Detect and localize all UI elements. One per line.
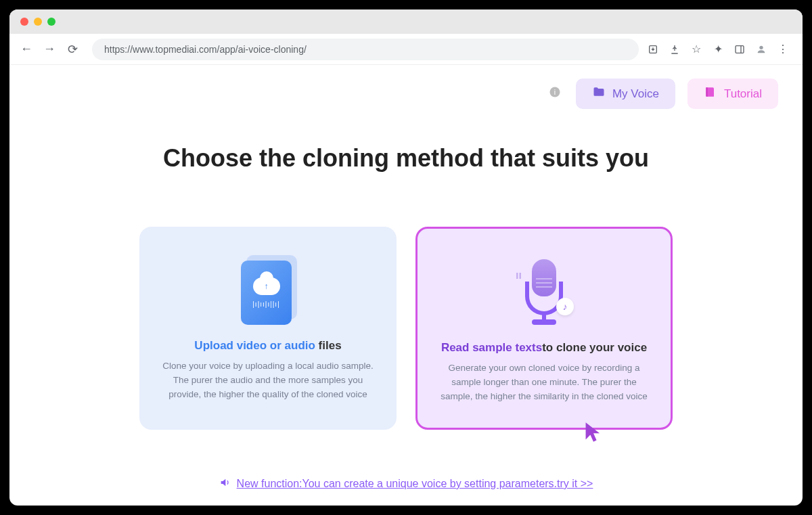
tutorial-button[interactable]: Tutorial — [687, 79, 778, 109]
svg-rect-6 — [706, 87, 708, 96]
info-icon[interactable]: i — [549, 86, 561, 102]
svg-text:i: i — [554, 88, 556, 96]
page-content: i My Voice Tutorial Choose the cloning m… — [9, 65, 803, 506]
record-title-highlight: Read sample texts — [441, 341, 542, 354]
record-card-title: Read sample textsto clone your voice — [441, 341, 647, 355]
page-header-row: i My Voice Tutorial — [34, 79, 778, 109]
close-window-button[interactable] — [20, 18, 28, 26]
folder-icon — [592, 85, 606, 102]
browser-window: ← → ⟳ https://www.topmediai.com/app/ai-v… — [9, 9, 803, 506]
forward-button[interactable]: → — [42, 42, 57, 56]
speaker-icon — [219, 477, 230, 491]
maximize-window-button[interactable] — [47, 18, 55, 26]
bookmark-icon[interactable]: ☆ — [690, 43, 702, 55]
my-voice-label: My Voice — [612, 87, 659, 101]
url-text: https://www.topmediai.com/app/ai-voice-c… — [104, 44, 307, 55]
toolbar-actions: ☆ ✦ ⋮ — [647, 43, 793, 55]
page-title: Choose the cloning method that suits you — [34, 144, 778, 173]
url-bar[interactable]: https://www.topmediai.com/app/ai-voice-c… — [92, 39, 639, 60]
profile-icon[interactable] — [755, 43, 767, 55]
upload-title-rest: files — [315, 339, 342, 352]
upload-title-highlight: Upload video or audio — [194, 339, 315, 352]
book-icon — [704, 85, 717, 102]
titlebar — [9, 9, 803, 34]
upload-card-title: Upload video or audio files — [194, 339, 341, 353]
cloning-method-cards: ↑ |ı|ıı|ı||ı| Upload video or audio file… — [34, 227, 778, 430]
install-icon[interactable] — [647, 43, 659, 55]
new-function-row: New function:You can create a unique voi… — [34, 477, 778, 491]
upload-icon: ↑ |ı|ıı|ı||ı| — [234, 254, 302, 328]
svg-point-3 — [759, 45, 763, 49]
record-card-desc: Generate your own cloned voice by record… — [436, 361, 652, 404]
menu-icon[interactable]: ⋮ — [777, 43, 789, 55]
new-function-link[interactable]: New function:You can create a unique voi… — [237, 478, 593, 490]
record-title-rest: to clone your voice — [542, 341, 647, 354]
traffic-lights — [20, 18, 55, 26]
upload-card-desc: Clone your voice by uploading a local au… — [158, 359, 378, 402]
minimize-window-button[interactable] — [34, 18, 42, 26]
tutorial-label: Tutorial — [724, 87, 762, 101]
cursor-icon — [584, 421, 603, 445]
svg-rect-1 — [736, 45, 744, 53]
browser-toolbar: ← → ⟳ https://www.topmediai.com/app/ai-v… — [9, 34, 803, 65]
microphone-icon: ıı ♪ — [510, 256, 578, 330]
upload-card[interactable]: ↑ |ı|ıı|ı||ı| Upload video or audio file… — [139, 227, 397, 430]
record-card[interactable]: ıı ♪ Read sample textsto clone your voic… — [415, 227, 673, 430]
reload-button[interactable]: ⟳ — [65, 42, 80, 57]
share-icon[interactable] — [669, 43, 681, 55]
extensions-icon[interactable]: ✦ — [712, 43, 724, 55]
back-button[interactable]: ← — [19, 42, 34, 56]
side-panel-icon[interactable] — [734, 43, 746, 55]
my-voice-button[interactable]: My Voice — [576, 79, 675, 109]
